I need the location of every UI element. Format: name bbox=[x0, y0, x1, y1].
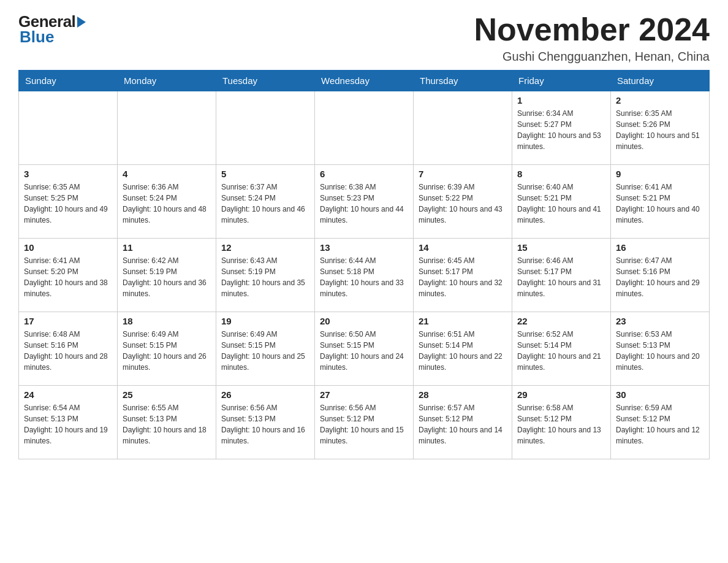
calendar-cell: 18Sunrise: 6:49 AMSunset: 5:15 PMDayligh… bbox=[118, 312, 216, 386]
calendar-cell: 5Sunrise: 6:37 AMSunset: 5:24 PMDaylight… bbox=[216, 165, 315, 239]
day-number: 8 bbox=[517, 169, 605, 179]
month-title: November 2024 bbox=[474, 12, 710, 47]
logo-blue-text: Blue bbox=[20, 28, 54, 47]
calendar-cell: 28Sunrise: 6:57 AMSunset: 5:12 PMDayligh… bbox=[414, 386, 512, 459]
day-info: Sunrise: 6:58 AMSunset: 5:12 PMDaylight:… bbox=[517, 402, 605, 446]
day-info: Sunrise: 6:53 AMSunset: 5:13 PMDaylight:… bbox=[616, 329, 704, 373]
calendar-cell: 1Sunrise: 6:34 AMSunset: 5:27 PMDaylight… bbox=[512, 91, 611, 165]
calendar-cell: 21Sunrise: 6:51 AMSunset: 5:14 PMDayligh… bbox=[414, 312, 512, 386]
day-info: Sunrise: 6:41 AMSunset: 5:20 PMDaylight:… bbox=[24, 255, 112, 299]
day-number: 26 bbox=[221, 389, 309, 400]
day-info: Sunrise: 6:37 AMSunset: 5:24 PMDaylight:… bbox=[221, 182, 309, 226]
calendar-cell: 17Sunrise: 6:48 AMSunset: 5:16 PMDayligh… bbox=[19, 312, 118, 386]
day-info: Sunrise: 6:39 AMSunset: 5:22 PMDaylight:… bbox=[419, 182, 507, 226]
calendar-cell: 24Sunrise: 6:54 AMSunset: 5:13 PMDayligh… bbox=[19, 386, 118, 459]
calendar-cell: 10Sunrise: 6:41 AMSunset: 5:20 PMDayligh… bbox=[19, 239, 118, 312]
calendar-cell: 27Sunrise: 6:56 AMSunset: 5:12 PMDayligh… bbox=[315, 386, 414, 459]
day-info: Sunrise: 6:41 AMSunset: 5:21 PMDaylight:… bbox=[616, 182, 704, 226]
calendar-cell: 23Sunrise: 6:53 AMSunset: 5:13 PMDayligh… bbox=[611, 312, 710, 386]
calendar-cell: 8Sunrise: 6:40 AMSunset: 5:21 PMDaylight… bbox=[512, 165, 611, 239]
calendar-cell: 6Sunrise: 6:38 AMSunset: 5:23 PMDaylight… bbox=[315, 165, 414, 239]
day-info: Sunrise: 6:38 AMSunset: 5:23 PMDaylight:… bbox=[320, 182, 408, 226]
weekday-header-monday: Monday bbox=[118, 71, 216, 91]
calendar-week-row: 1Sunrise: 6:34 AMSunset: 5:27 PMDaylight… bbox=[19, 91, 710, 165]
calendar-cell: 11Sunrise: 6:42 AMSunset: 5:19 PMDayligh… bbox=[118, 239, 216, 312]
calendar-cell: 25Sunrise: 6:55 AMSunset: 5:13 PMDayligh… bbox=[118, 386, 216, 459]
calendar-cell: 12Sunrise: 6:43 AMSunset: 5:19 PMDayligh… bbox=[216, 239, 315, 312]
logo-triangle-icon bbox=[77, 17, 86, 28]
day-info: Sunrise: 6:35 AMSunset: 5:26 PMDaylight:… bbox=[616, 108, 704, 152]
calendar-cell bbox=[118, 91, 216, 165]
calendar-cell: 29Sunrise: 6:58 AMSunset: 5:12 PMDayligh… bbox=[512, 386, 611, 459]
day-info: Sunrise: 6:42 AMSunset: 5:19 PMDaylight:… bbox=[123, 255, 211, 299]
day-number: 2 bbox=[616, 95, 704, 105]
calendar-cell: 30Sunrise: 6:59 AMSunset: 5:12 PMDayligh… bbox=[611, 386, 710, 459]
location-subtitle: Gushi Chengguanzhen, Henan, China bbox=[474, 50, 710, 64]
calendar-cell bbox=[19, 91, 118, 165]
calendar-week-row: 17Sunrise: 6:48 AMSunset: 5:16 PMDayligh… bbox=[19, 312, 710, 386]
day-info: Sunrise: 6:50 AMSunset: 5:15 PMDaylight:… bbox=[320, 329, 408, 373]
calendar-cell: 13Sunrise: 6:44 AMSunset: 5:18 PMDayligh… bbox=[315, 239, 414, 312]
day-number: 9 bbox=[616, 169, 704, 179]
day-number: 25 bbox=[123, 389, 211, 400]
title-area: November 2024 Gushi Chengguanzhen, Henan… bbox=[474, 12, 710, 64]
day-info: Sunrise: 6:59 AMSunset: 5:12 PMDaylight:… bbox=[616, 402, 704, 446]
weekday-header-tuesday: Tuesday bbox=[216, 71, 315, 91]
calendar-table: SundayMondayTuesdayWednesdayThursdayFrid… bbox=[18, 70, 710, 459]
day-info: Sunrise: 6:55 AMSunset: 5:13 PMDaylight:… bbox=[123, 402, 211, 446]
day-info: Sunrise: 6:46 AMSunset: 5:17 PMDaylight:… bbox=[517, 255, 605, 299]
day-number: 30 bbox=[616, 389, 704, 400]
day-info: Sunrise: 6:47 AMSunset: 5:16 PMDaylight:… bbox=[616, 255, 704, 299]
day-info: Sunrise: 6:56 AMSunset: 5:13 PMDaylight:… bbox=[221, 402, 309, 446]
day-info: Sunrise: 6:40 AMSunset: 5:21 PMDaylight:… bbox=[517, 182, 605, 226]
day-info: Sunrise: 6:54 AMSunset: 5:13 PMDaylight:… bbox=[24, 402, 112, 446]
day-number: 6 bbox=[320, 169, 408, 179]
day-info: Sunrise: 6:43 AMSunset: 5:19 PMDaylight:… bbox=[221, 255, 309, 299]
day-number: 13 bbox=[320, 242, 408, 253]
day-number: 20 bbox=[320, 316, 408, 326]
day-number: 27 bbox=[320, 389, 408, 400]
day-info: Sunrise: 6:49 AMSunset: 5:15 PMDaylight:… bbox=[123, 329, 211, 373]
calendar-cell: 14Sunrise: 6:45 AMSunset: 5:17 PMDayligh… bbox=[414, 239, 512, 312]
calendar-cell: 22Sunrise: 6:52 AMSunset: 5:14 PMDayligh… bbox=[512, 312, 611, 386]
calendar-cell: 7Sunrise: 6:39 AMSunset: 5:22 PMDaylight… bbox=[414, 165, 512, 239]
calendar-cell bbox=[315, 91, 414, 165]
calendar-cell: 26Sunrise: 6:56 AMSunset: 5:13 PMDayligh… bbox=[216, 386, 315, 459]
day-info: Sunrise: 6:51 AMSunset: 5:14 PMDaylight:… bbox=[419, 329, 507, 373]
day-number: 22 bbox=[517, 316, 605, 326]
calendar-week-row: 10Sunrise: 6:41 AMSunset: 5:20 PMDayligh… bbox=[19, 239, 710, 312]
calendar-cell: 4Sunrise: 6:36 AMSunset: 5:24 PMDaylight… bbox=[118, 165, 216, 239]
day-info: Sunrise: 6:52 AMSunset: 5:14 PMDaylight:… bbox=[517, 329, 605, 373]
day-number: 15 bbox=[517, 242, 605, 253]
day-info: Sunrise: 6:36 AMSunset: 5:24 PMDaylight:… bbox=[123, 182, 211, 226]
calendar-cell bbox=[414, 91, 512, 165]
day-info: Sunrise: 6:57 AMSunset: 5:12 PMDaylight:… bbox=[419, 402, 507, 446]
day-number: 7 bbox=[419, 169, 507, 179]
day-number: 18 bbox=[123, 316, 211, 326]
weekday-header-friday: Friday bbox=[512, 71, 611, 91]
calendar-cell: 19Sunrise: 6:49 AMSunset: 5:15 PMDayligh… bbox=[216, 312, 315, 386]
weekday-header-row: SundayMondayTuesdayWednesdayThursdayFrid… bbox=[19, 71, 710, 91]
calendar-week-row: 3Sunrise: 6:35 AMSunset: 5:25 PMDaylight… bbox=[19, 165, 710, 239]
weekday-header-wednesday: Wednesday bbox=[315, 71, 414, 91]
day-info: Sunrise: 6:35 AMSunset: 5:25 PMDaylight:… bbox=[24, 182, 112, 226]
page-header: General Blue November 2024 Gushi Chenggu… bbox=[18, 12, 710, 64]
calendar-cell: 20Sunrise: 6:50 AMSunset: 5:15 PMDayligh… bbox=[315, 312, 414, 386]
calendar-week-row: 24Sunrise: 6:54 AMSunset: 5:13 PMDayligh… bbox=[19, 386, 710, 459]
day-info: Sunrise: 6:56 AMSunset: 5:12 PMDaylight:… bbox=[320, 402, 408, 446]
day-number: 24 bbox=[24, 389, 112, 400]
weekday-header-saturday: Saturday bbox=[611, 71, 710, 91]
day-info: Sunrise: 6:48 AMSunset: 5:16 PMDaylight:… bbox=[24, 329, 112, 373]
day-number: 10 bbox=[24, 242, 112, 253]
day-number: 28 bbox=[419, 389, 507, 400]
day-number: 23 bbox=[616, 316, 704, 326]
day-number: 21 bbox=[419, 316, 507, 326]
weekday-header-sunday: Sunday bbox=[19, 71, 118, 91]
day-number: 29 bbox=[517, 389, 605, 400]
day-number: 14 bbox=[419, 242, 507, 253]
calendar-cell bbox=[216, 91, 315, 165]
calendar-cell: 15Sunrise: 6:46 AMSunset: 5:17 PMDayligh… bbox=[512, 239, 611, 312]
day-number: 16 bbox=[616, 242, 704, 253]
day-number: 1 bbox=[517, 95, 605, 105]
day-number: 17 bbox=[24, 316, 112, 326]
